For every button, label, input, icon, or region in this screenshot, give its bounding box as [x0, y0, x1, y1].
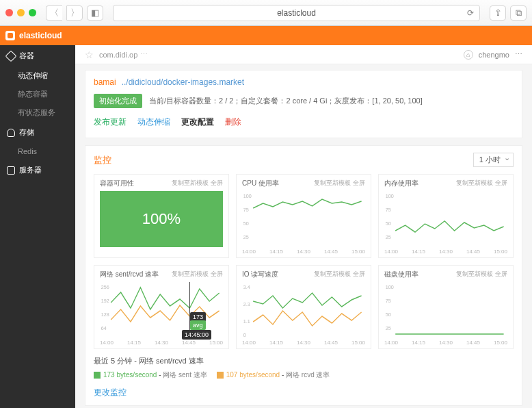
svg-text:75: 75	[386, 298, 391, 304]
user-menu-icon[interactable]: ⋯	[515, 50, 522, 59]
svg-text:50: 50	[386, 311, 391, 318]
legend-swatch-green	[94, 372, 101, 379]
sidebar-item-static[interactable]: 静态容器	[0, 85, 75, 103]
chart-tooltip-avg: avg	[190, 320, 206, 330]
tab-config[interactable]: 更改配置	[181, 116, 214, 131]
crumb-more-icon[interactable]: ⋯	[140, 50, 148, 59]
svg-text:25: 25	[386, 234, 391, 240]
chart-actions[interactable]: 复制至新模板 全屏	[314, 270, 365, 279]
chart-title: 网络 sent/rcvd 速率	[100, 270, 159, 279]
svg-text:100: 100	[386, 193, 394, 199]
sidebar-item-stateful[interactable]: 有状态服务	[0, 103, 75, 122]
tab-delete[interactable]: 删除	[225, 116, 241, 131]
back-button[interactable]: 〈	[46, 5, 62, 21]
io-write-series	[253, 311, 361, 326]
brand-logo-icon	[5, 31, 15, 40]
mem-series	[395, 221, 503, 232]
status-text: 当前/目标容器数量：2 / 2；自定义套餐：2 core / 4 Gi；灰度发布…	[149, 96, 423, 106]
availability-value: 100%	[100, 191, 223, 247]
server-icon	[7, 166, 15, 175]
sidebar-group-server[interactable]: 服务器	[0, 160, 75, 181]
chart-grid: 容器可用性复制至新模板 全屏 100% CPU 使用率复制至新模板 全屏 100…	[94, 174, 514, 349]
chart-actions[interactable]: 复制至新模板 全屏	[314, 179, 365, 188]
close-window-icon[interactable]	[5, 9, 13, 16]
svg-text:256: 256	[101, 284, 109, 290]
recent-value: 107 bytes/second	[226, 371, 280, 379]
monitor-title: 监控	[94, 154, 111, 166]
io-read-series	[253, 293, 361, 308]
chart-actions[interactable]: 复制至新模板 全屏	[172, 179, 223, 188]
favorite-icon[interactable]: ☆	[85, 49, 94, 60]
svg-text:75: 75	[386, 207, 391, 213]
chart-actions[interactable]: 复制至新模板 全屏	[172, 270, 223, 279]
svg-text:0: 0	[243, 332, 246, 338]
address-bar[interactable]: elasticloud ⟳	[113, 5, 480, 21]
chart-tooltip-time: 14:45:00	[182, 330, 211, 340]
recent-value: 173 bytes/second	[103, 371, 157, 379]
share-button[interactable]: ⇪	[490, 5, 506, 21]
time-range-select[interactable]: 1 小时	[473, 153, 514, 167]
chart-cpu: CPU 使用率复制至新模板 全屏 100755025 14:0014:1514:…	[236, 174, 371, 258]
detail-panel: bamai ../didicloud/docker-images.market …	[85, 70, 522, 138]
username[interactable]: chengmo	[479, 51, 509, 59]
recent-summary: 最近 5 分钟 - 网络 sent/rcvd 速率 173 bytes/seco…	[94, 356, 514, 380]
svg-text:1.1: 1.1	[243, 318, 250, 324]
main-content: bamai ../didicloud/docker-images.market …	[75, 64, 532, 408]
tabs-button[interactable]: ⧉	[510, 5, 527, 21]
chart-title: 磁盘使用率	[384, 270, 418, 279]
reload-icon[interactable]: ⟳	[467, 8, 474, 18]
chart-xaxis: 14:0014:1514:3014:4515:00	[100, 340, 223, 346]
svg-text:100: 100	[386, 284, 394, 290]
top-crumb-bar: ☆ com.didi.op ⋯ ⌂ chengmo ⋯	[75, 45, 532, 64]
svg-text:75: 75	[243, 207, 249, 213]
tab-publish[interactable]: 发布更新	[94, 116, 127, 131]
chart-title: 容器可用性	[100, 179, 134, 188]
svg-text:64: 64	[101, 325, 107, 331]
cube-icon	[5, 50, 17, 62]
chart-actions[interactable]: 复制至新模板 全屏	[456, 179, 507, 188]
tab-autoscale[interactable]: 动态伸缩	[137, 116, 170, 131]
image-path[interactable]: ../didicloud/docker-images.market	[122, 77, 244, 87]
chart-xaxis: 14:0014:1514:3014:4515:00	[242, 248, 365, 255]
chart-io: IO 读写速度复制至新模板 全屏 3.42.31.10 14:0014:1514…	[236, 265, 371, 349]
svg-text:3.4: 3.4	[243, 284, 251, 290]
browser-toolbar: 〈 〉 ◧ elasticloud ⟳ ⇪ ⧉	[0, 0, 532, 26]
svg-text:100: 100	[243, 193, 252, 199]
sidebar-group-storage[interactable]: 存储	[0, 122, 75, 143]
svg-text:128: 128	[101, 311, 109, 318]
crumb-path[interactable]: com.didi.op	[99, 51, 137, 59]
chart-disk: 磁盘使用率复制至新模板 全屏 100755025 14:0014:1514:30…	[378, 265, 514, 349]
svg-text:50: 50	[386, 220, 391, 227]
brand-name: elasticloud	[19, 31, 62, 40]
sidebar-label: 服务器	[19, 165, 42, 175]
change-monitor-link[interactable]: 更改监控	[94, 387, 514, 398]
chart-network: 网络 sent/rcvd 速率复制至新模板 全屏 25619212864 173…	[94, 265, 229, 349]
status-badge: 初始化完成	[94, 94, 142, 108]
chart-memory: 内存使用率复制至新模板 全屏 100755025 14:0014:1514:30…	[378, 174, 514, 258]
sidebar-toggle-button[interactable]: ◧	[87, 5, 103, 21]
storage-icon	[7, 129, 15, 137]
chart-title: IO 读写速度	[242, 270, 278, 279]
sidebar-item-autoscale[interactable]: 动态伸缩	[0, 66, 75, 85]
forward-button[interactable]: 〉	[66, 5, 83, 21]
window-controls	[5, 9, 36, 16]
sidebar-label: 容器	[19, 51, 34, 61]
sidebar-group-container[interactable]: 容器	[0, 45, 75, 66]
sidebar-item-redis[interactable]: Redis	[0, 143, 75, 160]
net-sent-series	[111, 288, 219, 309]
chart-title: 内存使用率	[384, 179, 418, 188]
recent-label: 网络 sent 速率	[163, 371, 207, 379]
url-text: elasticloud	[277, 8, 316, 18]
cpu-series	[253, 199, 361, 208]
monitor-panel: 监控 1 小时 容器可用性复制至新模板 全屏 100% CPU 使用率复制至新模…	[85, 145, 522, 406]
chart-actions[interactable]: 复制至新模板 全屏	[456, 270, 507, 279]
maximize-window-icon[interactable]	[29, 9, 36, 16]
chart-title: CPU 使用率	[242, 179, 279, 188]
home-icon[interactable]: ⌂	[464, 50, 473, 60]
sidebar: 容器 动态伸缩 静态容器 有状态服务 存储 Redis 服务器	[0, 45, 75, 408]
sidebar-label: 存储	[19, 127, 34, 138]
chart-xaxis: 14:0014:1514:3014:4515:00	[384, 248, 507, 255]
minimize-window-icon[interactable]	[17, 9, 25, 16]
project-name[interactable]: bamai	[94, 77, 116, 87]
chart-availability: 容器可用性复制至新模板 全屏 100%	[94, 174, 229, 258]
